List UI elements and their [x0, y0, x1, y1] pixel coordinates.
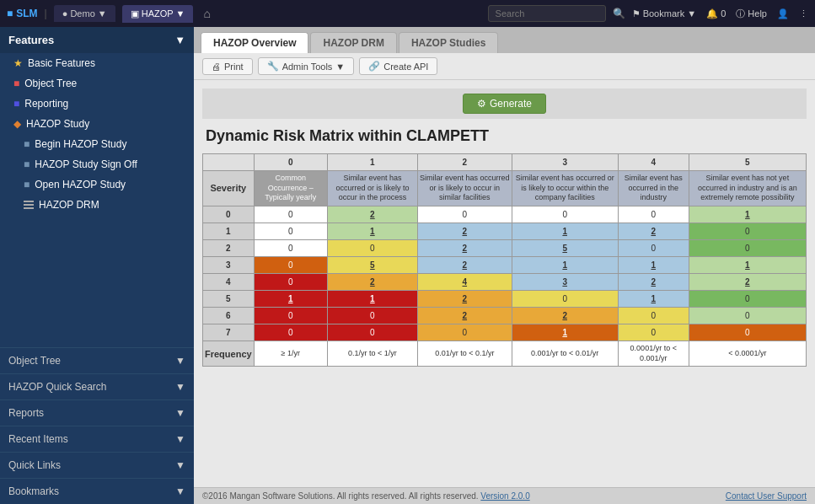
cell-r7-c3[interactable]: 1	[512, 324, 618, 341]
cell-r4-c2[interactable]: 4	[417, 274, 512, 291]
sidebar-item-begin-hazop[interactable]: ■ Begin HAZOP Study	[0, 134, 194, 154]
more-action[interactable]: ⋮	[799, 8, 808, 19]
cell-r5-c0[interactable]: 1	[254, 291, 327, 308]
cell-r0-c5[interactable]: 1	[689, 206, 806, 223]
cell-r6-c2[interactable]: 2	[417, 308, 512, 324]
sidebar-section-recent-items: Recent Items ▼	[0, 426, 194, 452]
cell-r3-c0[interactable]: 0	[254, 257, 327, 274]
col-header-0: 0	[254, 154, 327, 171]
severity-value: 1	[203, 223, 255, 240]
cell-r6-c3[interactable]: 2	[512, 308, 618, 324]
col-desc-4: Similar event has occurred in the indust…	[618, 171, 689, 206]
demo-tab[interactable]: ● Demo ▼	[54, 5, 115, 22]
cell-r6-c5[interactable]: 0	[689, 308, 806, 324]
sidebar-item-basic-features[interactable]: ★ Basic Features	[0, 53, 194, 73]
cell-r6-c4[interactable]: 0	[618, 308, 689, 324]
print-button[interactable]: 🖨 Print	[202, 58, 253, 75]
version-link[interactable]: Version 2.0.0	[480, 491, 529, 501]
cell-r7-c1[interactable]: 0	[327, 324, 417, 341]
collapse-icon[interactable]: ▼	[174, 34, 185, 46]
cell-r7-c0[interactable]: 0	[254, 324, 327, 341]
sidebar-section-bookmarks: Bookmarks ▼	[0, 478, 194, 504]
cell-r7-c4[interactable]: 0	[618, 324, 689, 341]
freq-4: 0.0001/yr to < 0.001/yr	[618, 341, 689, 367]
cell-r6-c1[interactable]: 0	[327, 308, 417, 324]
help-action[interactable]: ⓘ Help	[736, 8, 767, 20]
sidebar-item-object-tree[interactable]: ■ Object Tree	[0, 73, 194, 94]
cell-r2-c2[interactable]: 2	[417, 240, 512, 257]
content-area: HAZOP Overview HAZOP DRM HAZOP Studies 🖨…	[194, 27, 815, 504]
table-row: 2002500	[203, 240, 807, 257]
cell-r0-c1[interactable]: 2	[327, 206, 417, 223]
notifications-action[interactable]: 🔔 0	[706, 8, 726, 19]
cell-r1-c5[interactable]: 0	[689, 223, 806, 240]
user-action[interactable]: 👤	[777, 8, 789, 19]
cell-r6-c0[interactable]: 0	[254, 308, 327, 324]
cell-r5-c5[interactable]: 0	[689, 291, 806, 308]
cell-r1-c1[interactable]: 1	[327, 223, 417, 240]
freq-0: ≥ 1/yr	[254, 341, 327, 367]
sidebar-header: Features ▼	[0, 27, 194, 53]
reports-section[interactable]: Reports ▼	[0, 400, 194, 426]
cell-r4-c0[interactable]: 0	[254, 274, 327, 291]
contact-support-link[interactable]: Contact User Support	[726, 491, 807, 501]
search-icon[interactable]: 🔍	[613, 8, 625, 19]
cell-r2-c3[interactable]: 5	[512, 240, 618, 257]
cell-r3-c3[interactable]: 1	[512, 257, 618, 274]
cell-r7-c5[interactable]: 0	[689, 324, 806, 341]
cell-r3-c5[interactable]: 1	[689, 257, 806, 274]
cell-r1-c4[interactable]: 2	[618, 223, 689, 240]
cell-r4-c3[interactable]: 3	[512, 274, 618, 291]
cell-r3-c2[interactable]: 2	[417, 257, 512, 274]
tab-hazop-studies[interactable]: HAZOP Studies	[399, 32, 498, 53]
col-header-3: 3	[512, 154, 618, 171]
search-input[interactable]	[488, 5, 606, 22]
tab-hazop-overview[interactable]: HAZOP Overview	[201, 32, 308, 53]
cell-r0-c2[interactable]: 0	[417, 206, 512, 223]
cell-r4-c4[interactable]: 2	[618, 274, 689, 291]
sidebar-item-hazop-study[interactable]: ◆ HAZOP Study	[0, 114, 194, 134]
generate-bar: ⚙ Generate	[202, 88, 807, 119]
cell-r4-c5[interactable]: 2	[689, 274, 806, 291]
sidebar-item-hazop-drm[interactable]: HAZOP DRM	[0, 195, 194, 215]
cell-r5-c2[interactable]: 2	[417, 291, 512, 308]
tab-hazop-drm[interactable]: HAZOP DRM	[310, 32, 396, 53]
generate-button[interactable]: ⚙ Generate	[463, 94, 546, 114]
cell-r3-c4[interactable]: 1	[618, 257, 689, 274]
bookmark-action[interactable]: ⚑ Bookmark ▼	[632, 8, 697, 19]
cell-r5-c4[interactable]: 1	[618, 291, 689, 308]
cell-r5-c3[interactable]: 0	[512, 291, 618, 308]
cell-r1-c3[interactable]: 1	[512, 223, 618, 240]
cell-r3-c1[interactable]: 5	[327, 257, 417, 274]
col-desc-3: Similar event has occurred or is likely …	[512, 171, 618, 206]
hazop-tab[interactable]: ▣ HAZOP ▼	[122, 5, 194, 23]
admin-tools-button[interactable]: 🔧 Admin Tools ▼	[258, 57, 355, 75]
home-icon[interactable]: ⌂	[203, 7, 210, 20]
cell-r0-c4[interactable]: 0	[618, 206, 689, 223]
sidebar-item-hazop-signoff[interactable]: ■ HAZOP Study Sign Off	[0, 154, 194, 174]
cell-r0-c0[interactable]: 0	[254, 206, 327, 223]
sidebar-item-reporting[interactable]: ■ Reporting	[0, 94, 194, 114]
create-api-button[interactable]: 🔗 Create API	[359, 57, 437, 75]
cell-r4-c1[interactable]: 2	[327, 274, 417, 291]
hazop-quick-search-section[interactable]: HAZOP Quick Search ▼	[0, 374, 194, 399]
chevron-down-icon: ▼	[175, 459, 185, 471]
cell-r1-c0[interactable]: 0	[254, 223, 327, 240]
bookmarks-section[interactable]: Bookmarks ▼	[0, 479, 194, 504]
object-tree-section[interactable]: Object Tree ▼	[0, 348, 194, 373]
sidebar-section-hazop-quick-search: HAZOP Quick Search ▼	[0, 373, 194, 399]
cell-r2-c4[interactable]: 0	[618, 240, 689, 257]
recent-items-section[interactable]: Recent Items ▼	[0, 426, 194, 452]
cell-r2-c0[interactable]: 0	[254, 240, 327, 257]
sidebar-item-open-hazop[interactable]: ■ Open HAZOP Study	[0, 174, 194, 195]
sidebar-section-object-tree: Object Tree ▼	[0, 347, 194, 373]
cell-r0-c3[interactable]: 0	[512, 206, 618, 223]
cell-r1-c2[interactable]: 2	[417, 223, 512, 240]
cell-r5-c1[interactable]: 1	[327, 291, 417, 308]
quick-links-section[interactable]: Quick Links ▼	[0, 453, 194, 478]
cell-r2-c5[interactable]: 0	[689, 240, 806, 257]
cell-r7-c2[interactable]: 0	[417, 324, 512, 341]
copyright-text: ©2016 Mangan Software Solutions. All rig…	[202, 491, 530, 501]
cell-r2-c1[interactable]: 0	[327, 240, 417, 257]
freq-3: 0.001/yr to < 0.01/yr	[512, 341, 618, 367]
